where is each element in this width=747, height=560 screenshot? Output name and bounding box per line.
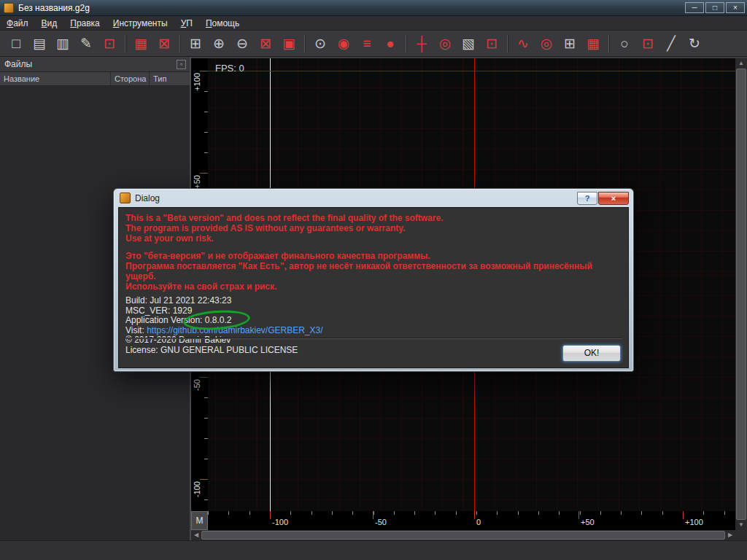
zoom-fit-icon[interactable]: ⊞ <box>185 34 206 54</box>
scroll-down-icon[interactable]: ▼ <box>735 520 747 530</box>
panel-float-icon[interactable]: ▫ <box>177 60 186 69</box>
ruler-major-tick <box>270 511 271 519</box>
close-button[interactable]: × <box>726 2 745 13</box>
grid-icon[interactable]: ⊞ <box>559 34 581 54</box>
ruler-minor-tick <box>559 511 560 515</box>
ruler-minor-tick <box>352 511 353 515</box>
ruler-minor-tick <box>580 511 581 515</box>
print-icon[interactable]: ▦ <box>130 34 152 54</box>
dialog-separator <box>125 338 622 339</box>
toolbar-separator <box>507 35 508 52</box>
ruler-label: +100 <box>685 518 703 526</box>
drill-icon[interactable]: ◎ <box>434 34 456 54</box>
vertical-scrollbar-thumb[interactable] <box>736 69 746 520</box>
thermal-icon[interactable]: ● <box>379 34 401 54</box>
visit-line: Visit: https://github.com/damirbakiev/GE… <box>125 326 622 336</box>
zoom-in-icon[interactable]: ⊕ <box>208 34 230 54</box>
crosshair-icon[interactable]: ┼ <box>411 34 433 54</box>
scroll-up-icon[interactable]: ▲ <box>735 58 747 69</box>
beta-warning-en-line1: This is a "Beta version" and does not re… <box>125 213 622 223</box>
report-icon[interactable]: ≡ <box>356 34 378 54</box>
menu-item-tools[interactable]: Инструменты <box>107 16 174 31</box>
column-header-side[interactable]: Сторона <box>111 72 150 85</box>
app-version-label: Application Version: <box>125 315 205 325</box>
dialog-close-button[interactable]: × <box>598 192 629 205</box>
save-icon[interactable]: ▥ <box>52 34 74 54</box>
window-controls: ─ □ × <box>685 2 745 13</box>
menu-item-file[interactable]: Файл <box>0 16 35 31</box>
ok-button[interactable]: OK! <box>562 345 621 362</box>
ruler-major-tick <box>200 173 208 174</box>
toolbar-separator <box>179 35 180 52</box>
profile-icon[interactable]: ∿ <box>512 34 534 54</box>
ruler-major-tick <box>474 511 475 519</box>
horizontal-scrollbar-thumb[interactable] <box>201 531 725 540</box>
ruler-minor-tick <box>662 511 663 515</box>
github-link[interactable]: https://github.com/damirbakiev/GERBER_X3… <box>147 325 322 335</box>
dialog-help-button[interactable]: ? <box>577 192 597 205</box>
scroll-left-icon[interactable]: ◀ <box>191 530 201 540</box>
toolbar-separator <box>304 35 305 52</box>
ruler-label: 0 <box>476 518 481 526</box>
board-icon[interactable]: ▧ <box>457 34 479 54</box>
ruler-minor-tick <box>456 511 457 515</box>
ruler-minor-tick <box>538 511 539 515</box>
beta-warning-ru-line2: Программа поставляется "Как Есть", автор… <box>125 261 622 281</box>
zoom-selected-icon[interactable]: ▣ <box>278 34 300 54</box>
run-icon[interactable]: ◉ <box>333 34 355 54</box>
ruler-label: +50 <box>581 518 595 526</box>
circle-tool-icon[interactable]: ○ <box>614 34 635 54</box>
titlebar[interactable]: Без названия.g2g ─ □ × <box>0 0 747 16</box>
matrix-icon[interactable]: ▦ <box>582 34 604 54</box>
close-file-icon[interactable]: ⊡ <box>98 34 120 54</box>
ruler-minor-tick <box>414 511 415 515</box>
ruler-minor-tick <box>703 511 704 515</box>
snap-icon[interactable]: ⊙ <box>309 34 331 54</box>
toolbar-separator <box>406 35 406 52</box>
voronoi-icon[interactable]: ◎ <box>535 34 557 54</box>
app-version-line: Application Version: 0.8.0.2 <box>125 316 622 326</box>
ruler-major-tick <box>578 511 579 519</box>
ruler-minor-tick <box>228 511 229 515</box>
open-file-icon[interactable]: ▤ <box>28 34 50 54</box>
ruler-bottom: -100-500+50+100 <box>208 511 735 530</box>
column-header-name[interactable]: Название <box>0 72 111 85</box>
build-info: Build: Jul 21 2021 22:43:23 <box>125 296 622 306</box>
ruler-minor-tick <box>435 511 436 515</box>
units-toggle-button[interactable]: M <box>191 511 208 530</box>
menu-item-view[interactable]: Вид <box>35 16 64 31</box>
new-file-icon[interactable]: □ <box>5 34 27 54</box>
horizontal-scrollbar[interactable]: ◀ ▶ <box>191 530 735 540</box>
column-header-type[interactable]: Тип <box>150 72 190 85</box>
menu-item-edit[interactable]: Правка <box>63 16 107 31</box>
dialog-titlebar[interactable]: Dialog ? × <box>118 189 629 207</box>
zoom-100-icon[interactable]: ⊠ <box>255 34 276 54</box>
maximize-button[interactable]: □ <box>705 2 724 13</box>
zoom-out-icon[interactable]: ⊖ <box>231 34 253 54</box>
ruler-minor-tick <box>518 511 519 515</box>
ruler-minor-tick <box>290 511 291 515</box>
minimize-button[interactable]: ─ <box>685 2 704 13</box>
dialog-title: Dialog <box>135 193 576 203</box>
line-tool-icon[interactable]: ╱ <box>660 34 682 54</box>
ruler-minor-tick <box>641 511 642 515</box>
beta-warning-en-line3: Use at your own risk. <box>125 233 622 244</box>
rect-tool-icon[interactable]: ⊡ <box>637 34 659 54</box>
ruler-major-tick <box>200 479 208 480</box>
dialog-content: This is a "Beta version" and does not re… <box>118 207 629 368</box>
vertical-scrollbar[interactable]: ▲ ▼ <box>735 58 747 530</box>
pocket-icon[interactable]: ⊡ <box>481 34 503 54</box>
visit-label: Visit: <box>125 325 147 335</box>
ruler-label: -100 <box>272 518 288 526</box>
menu-item-nc-program[interactable]: УП <box>174 16 199 31</box>
ruler-label: +50 <box>193 175 201 189</box>
files-panel-header[interactable]: Файлы ▫ <box>0 57 190 72</box>
export-icon[interactable]: ⊠ <box>153 34 175 54</box>
statusbar <box>0 540 747 560</box>
ruler-major-tick <box>200 71 208 71</box>
app-version-value: 0.8.0.2 <box>205 316 232 326</box>
scroll-right-icon[interactable]: ▶ <box>725 530 735 540</box>
rotate-icon[interactable]: ↻ <box>684 34 705 54</box>
save-as-icon[interactable]: ✎ <box>75 34 97 54</box>
menu-item-help[interactable]: Помощь <box>199 16 246 31</box>
